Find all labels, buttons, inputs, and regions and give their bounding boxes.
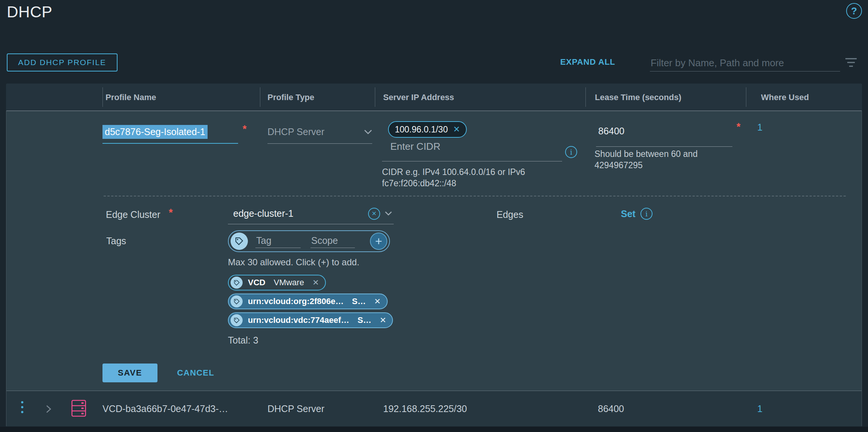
column-separator — [375, 87, 375, 107]
tag-icon — [231, 277, 243, 289]
filter-input[interactable] — [650, 55, 840, 71]
filter-icon[interactable] — [844, 56, 858, 69]
server-ip-chip-value: 100.96.0.1/30 — [395, 125, 448, 135]
tag-chip: urn:vcloud:org:2f806e… S… ✕ — [228, 294, 388, 309]
page-bottom-strip — [0, 427, 868, 432]
close-icon[interactable]: ✕ — [380, 316, 387, 325]
tag-entry-pill: + — [228, 230, 390, 252]
tag-chip-scope: VMware — [274, 278, 304, 287]
tag-chip: VCD VMware ✕ — [228, 275, 326, 291]
info-icon[interactable]: i — [565, 146, 577, 158]
plus-glyph: + — [375, 235, 382, 247]
cidr-underline — [382, 161, 562, 161]
profile-type-select[interactable]: DHCP Server — [267, 120, 372, 144]
row-lease-time: 86400 — [598, 403, 624, 414]
edge-cluster-select[interactable]: edge-cluster-1 ✕ — [228, 203, 394, 224]
tags-total: Total: 3 — [228, 335, 258, 346]
tag-chip-scope: S… — [352, 297, 366, 306]
tag-chip-scope: S… — [358, 315, 371, 325]
column-header-profile-name[interactable]: Profile Name — [105, 93, 156, 102]
info-glyph: i — [570, 148, 572, 156]
chevron-down-icon — [364, 129, 372, 135]
scope-input[interactable] — [310, 234, 355, 248]
clear-glyph: ✕ — [371, 210, 376, 217]
clear-selection-icon[interactable]: ✕ — [368, 208, 380, 220]
row-server-ip: 192.168.255.225/30 — [383, 403, 467, 414]
add-tag-icon[interactable]: + — [370, 233, 387, 250]
help-glyph: ? — [851, 5, 857, 17]
tags-hint: Max 30 allowed. Click (+) to add. — [228, 257, 359, 268]
tag-icon — [231, 233, 248, 250]
tag-chip-tag: urn:vcloud:org:2f806e… — [248, 297, 344, 306]
cidr-help-text: CIDR e.g. IPv4 100.64.0.0/16 or IPv6 fc7… — [382, 166, 563, 189]
profile-name-input[interactable]: d5c7876-Seg-Isolated-1 — [102, 120, 238, 144]
tags-label: Tags — [106, 236, 126, 246]
tag-chip-tag: urn:vcloud:vdc:774aeef… — [248, 315, 349, 325]
server-ip-chip: 100.96.0.1/30 ✕ — [388, 121, 467, 138]
edge-cluster-label: Edge Cluster — [106, 209, 160, 220]
page-title: DHCP — [7, 3, 52, 21]
form-divider — [104, 196, 846, 196]
cancel-button[interactable]: CANCEL — [177, 368, 214, 378]
column-header-server-ip[interactable]: Server IP Address — [383, 93, 454, 102]
help-icon[interactable]: ? — [846, 3, 862, 19]
row-profile-type: DHCP Server — [267, 403, 324, 414]
column-header-profile-type[interactable]: Profile Type — [267, 93, 314, 102]
lease-time-input[interactable] — [596, 123, 732, 147]
remove-cidr-icon[interactable]: ✕ — [453, 125, 460, 134]
column-separator — [102, 87, 103, 107]
row-expand-chevron-icon[interactable] — [44, 404, 53, 414]
add-dhcp-profile-button[interactable]: ADD DHCP PROFILE — [7, 53, 118, 71]
edge-cluster-value: edge-cluster-1 — [233, 208, 293, 219]
column-separator — [746, 87, 746, 107]
column-separator — [585, 87, 586, 107]
close-icon[interactable]: ✕ — [374, 297, 381, 306]
row-actions-menu-icon[interactable] — [21, 401, 23, 413]
info-icon[interactable]: i — [640, 208, 653, 220]
dhcp-page: DHCP ? ADD DHCP PROFILE EXPAND ALL Profi… — [0, 0, 868, 432]
close-icon[interactable]: ✕ — [312, 278, 319, 287]
save-button[interactable]: SAVE — [102, 364, 157, 382]
expand-all-link[interactable]: EXPAND ALL — [560, 57, 615, 67]
tag-input[interactable] — [255, 234, 301, 248]
tag-icon — [231, 314, 243, 326]
info-glyph: i — [645, 210, 648, 218]
profile-type-value: DHCP Server — [267, 126, 324, 137]
tag-chip-tag: VCD — [248, 278, 265, 287]
column-separator — [260, 87, 260, 107]
edges-label: Edges — [497, 209, 523, 220]
required-asterisk: * — [169, 207, 173, 219]
cidr-input[interactable] — [390, 140, 503, 154]
required-asterisk: * — [243, 123, 247, 135]
required-asterisk: * — [737, 121, 741, 133]
edges-set-link[interactable]: Set — [621, 208, 636, 219]
profile-name-selected-text: d5c7876-Seg-Isolated-1 — [102, 125, 208, 139]
column-header-where-used[interactable]: Where Used — [761, 93, 809, 102]
dhcp-server-icon — [71, 399, 87, 417]
lease-time-hint: Should be between 60 and 4294967295 — [594, 148, 711, 171]
row-where-used-link[interactable]: 1 — [757, 403, 763, 414]
column-header-lease-time[interactable]: Lease Time (seconds) — [595, 93, 681, 102]
tag-icon — [231, 295, 243, 307]
tag-chip: urn:vcloud:vdc:774aeef… S… ✕ — [228, 312, 393, 328]
row-profile-name[interactable]: VCD-ba3a66b7-0e47-47d3-… — [102, 403, 228, 414]
where-used-link[interactable]: 1 — [757, 122, 763, 133]
chevron-down-icon — [385, 211, 392, 216]
